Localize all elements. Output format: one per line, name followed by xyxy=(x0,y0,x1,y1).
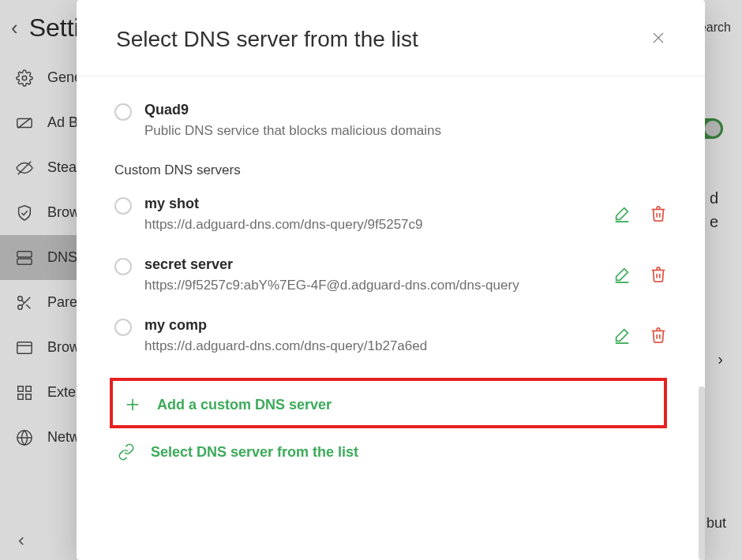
radio-unchecked-icon[interactable] xyxy=(114,103,132,121)
trash-icon[interactable] xyxy=(650,327,667,344)
modal-header: Select DNS server from the list xyxy=(77,0,705,77)
add-custom-highlight: Add a custom DNS server xyxy=(110,378,667,428)
edit-icon[interactable] xyxy=(613,205,631,222)
dns-server-option[interactable]: my comp https://d.adguard-dns.com/dns-qu… xyxy=(114,317,667,354)
scrollbar-thumb[interactable] xyxy=(699,386,705,560)
edit-icon[interactable] xyxy=(613,327,631,344)
server-desc: https://d.adguard-dns.com/dns-query/1b27… xyxy=(144,338,604,354)
trash-icon[interactable] xyxy=(650,205,667,222)
server-name: my comp xyxy=(144,317,604,334)
action-link-label: Add a custom DNS server xyxy=(157,397,332,413)
dns-server-option[interactable]: my shot https://d.adguard-dns.com/dns-qu… xyxy=(114,196,667,233)
server-name: Quad9 xyxy=(144,102,667,118)
link-icon xyxy=(118,443,135,461)
close-icon xyxy=(651,31,665,45)
select-from-list-link[interactable]: Select DNS server from the list xyxy=(118,433,667,471)
server-name: secret server xyxy=(144,256,604,273)
modal-body: Quad9 Public DNS service that blocks mal… xyxy=(77,77,705,560)
server-desc: https://9f5257c9:abY%7EG-4F@d.adguard-dn… xyxy=(144,278,604,293)
close-button[interactable] xyxy=(651,31,665,48)
plus-icon xyxy=(124,396,141,413)
server-desc: Public DNS service that blocks malicious… xyxy=(144,123,667,139)
modal-title: Select DNS server from the list xyxy=(116,27,418,52)
dns-server-option[interactable]: secret server https://9f5257c9:abY%7EG-4… xyxy=(114,256,667,293)
add-custom-dns-link[interactable]: Add a custom DNS server xyxy=(124,386,656,424)
action-link-label: Select DNS server from the list xyxy=(151,444,358,461)
trash-icon[interactable] xyxy=(650,266,667,283)
dns-server-modal: Select DNS server from the list Quad9 Pu… xyxy=(77,0,705,560)
edit-icon[interactable] xyxy=(613,266,631,283)
dns-server-option[interactable]: Quad9 Public DNS service that blocks mal… xyxy=(114,102,667,139)
radio-unchecked-icon[interactable] xyxy=(114,197,132,215)
server-desc: https://d.adguard-dns.com/dns-query/9f52… xyxy=(144,217,604,233)
custom-section-label: Custom DNS servers xyxy=(114,162,667,178)
radio-unchecked-icon[interactable] xyxy=(114,319,132,336)
radio-unchecked-icon[interactable] xyxy=(114,258,132,275)
server-name: my shot xyxy=(144,196,604,212)
